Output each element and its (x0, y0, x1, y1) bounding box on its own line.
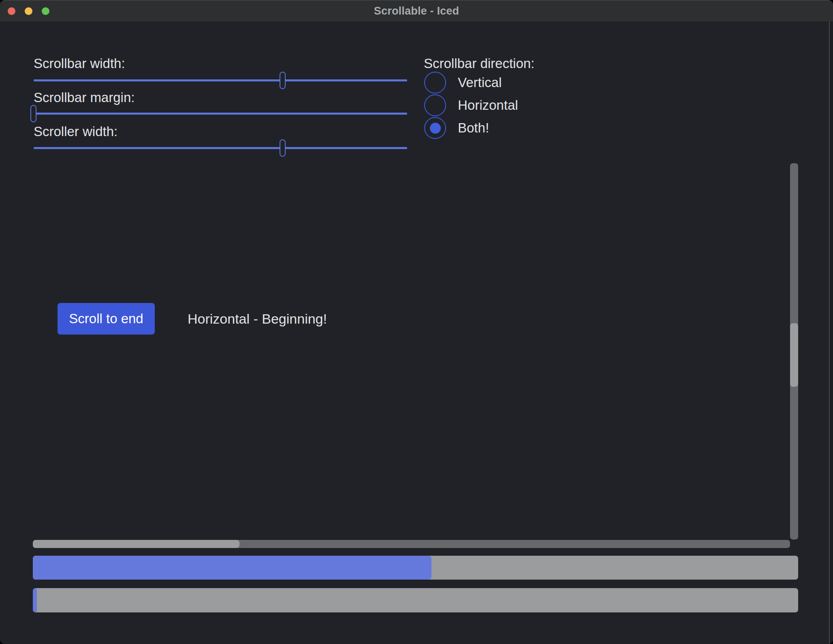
scroller-width-slider-handle[interactable] (280, 139, 286, 157)
scroll-to-end-button[interactable]: Scroll to end (58, 303, 155, 335)
vertical-scrollbar-track[interactable] (790, 163, 798, 540)
titlebar[interactable]: Scrollable - Iced (0, 0, 833, 21)
scroller-width-slider[interactable] (34, 147, 407, 149)
vertical-progress-bar (33, 588, 798, 612)
window-right-edge-gutter (830, 21, 833, 644)
horizontal-scrollbar-thumb[interactable] (33, 540, 239, 548)
scrollbar-width-label: Scrollbar width: (34, 55, 125, 72)
close-button-icon[interactable] (8, 7, 15, 15)
vertical-scrollbar-thumb[interactable] (790, 323, 798, 387)
vertical-progress-fill (33, 588, 37, 612)
app-window: Scrollable - Iced Scrollbar width: Scrol… (0, 0, 833, 644)
scroll-status-text: Horizontal - Beginning! (188, 311, 327, 327)
radio-horizontal-label[interactable]: Horizontal (458, 97, 518, 113)
scrollbar-margin-slider-handle[interactable] (30, 105, 36, 122)
scrollbar-margin-slider[interactable] (34, 113, 407, 115)
radio-vertical-icon[interactable] (424, 72, 446, 94)
horizontal-progress-fill (33, 556, 431, 580)
radio-selected-dot (430, 123, 441, 134)
scrollbar-width-slider[interactable] (34, 79, 407, 81)
scrollbar-direction-label: Scrollbar direction: (424, 55, 534, 72)
horizontal-progress-bar (33, 556, 798, 580)
minimize-button-icon[interactable] (25, 7, 32, 15)
window-title: Scrollable - Iced (374, 5, 459, 17)
radio-horizontal-icon[interactable] (424, 94, 446, 116)
zoom-button-icon[interactable] (42, 7, 49, 15)
radio-both-label[interactable]: Both! (458, 120, 489, 136)
radio-both-icon[interactable] (424, 117, 446, 139)
scroller-width-label: Scroller width: (34, 124, 117, 140)
radio-vertical-label[interactable]: Vertical (458, 75, 502, 91)
traffic-lights (0, 0, 49, 22)
scrollbar-margin-label: Scrollbar margin: (34, 90, 135, 106)
scrollbar-width-slider-handle[interactable] (280, 72, 286, 89)
horizontal-scrollbar-track[interactable] (33, 540, 790, 548)
